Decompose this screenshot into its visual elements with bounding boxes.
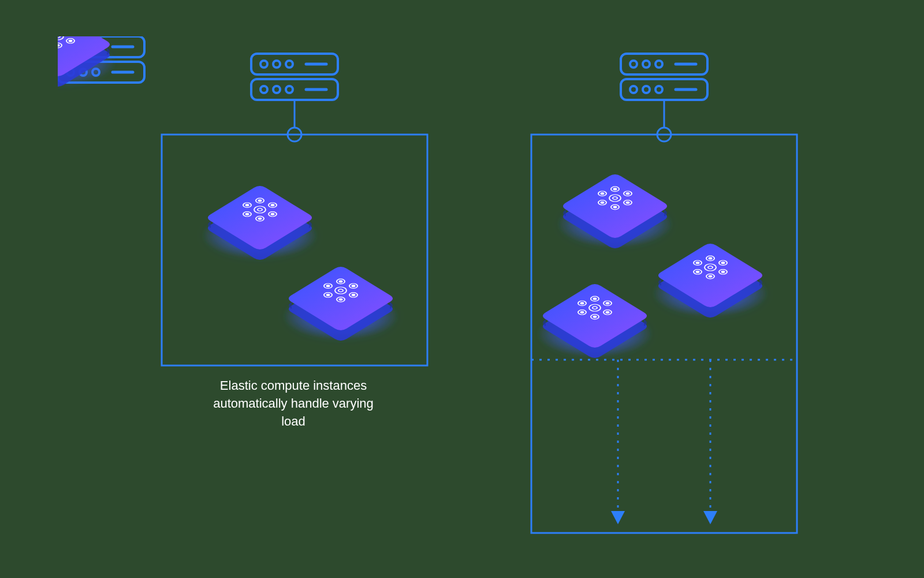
- compute-node-icon: [283, 267, 398, 341]
- compute-node-icon: [653, 244, 768, 318]
- svg-marker-30: [703, 511, 717, 524]
- svg-point-20: [58, 44, 59, 46]
- compute-node-icon: [202, 186, 318, 260]
- elastic-compute-diagram: Elastic compute instances automatically …: [58, 36, 866, 542]
- svg-point-18: [69, 40, 72, 42]
- svg-marker-28: [611, 511, 625, 524]
- compute-node-icon: [557, 174, 673, 248]
- right-panel: [531, 54, 797, 533]
- scale-down-arrow-icon: [703, 360, 717, 524]
- compute-node-icon: [537, 284, 653, 358]
- server-icon: [621, 54, 707, 100]
- scale-down-arrow-icon: [611, 360, 625, 524]
- left-panel: [162, 54, 427, 366]
- diagram-svg: [58, 36, 866, 542]
- left-panel-caption: Elastic compute instances automatically …: [213, 377, 374, 430]
- server-icon: [251, 54, 338, 100]
